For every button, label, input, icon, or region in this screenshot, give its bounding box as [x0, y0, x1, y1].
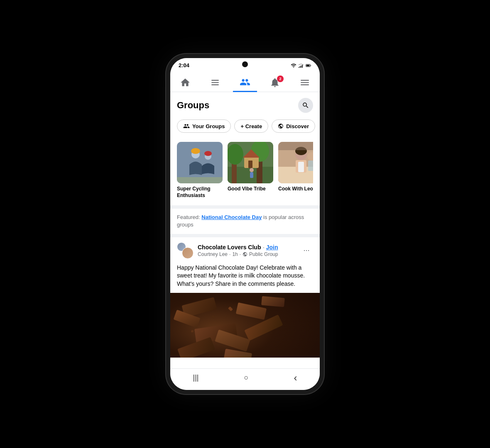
- cycling-image: [177, 142, 223, 183]
- nav-groups[interactable]: [233, 74, 257, 92]
- svg-rect-3: [299, 67, 299, 68]
- feed-icon: [210, 77, 220, 88]
- svg-point-10: [204, 151, 212, 156]
- join-link[interactable]: Join: [266, 244, 278, 251]
- menu-icon: [299, 77, 310, 88]
- post-meta: Chocolate Lovers Club · Join Courtney Le…: [198, 243, 296, 257]
- notification-badge: 2: [277, 75, 284, 82]
- wifi-icon: [291, 63, 296, 68]
- back-button[interactable]: ‹: [294, 372, 297, 384]
- post-group-name: Chocolate Lovers Club: [198, 244, 261, 251]
- main-content: Groups Your Groups + Create: [170, 92, 320, 358]
- group-avatar: [177, 242, 194, 259]
- post-body: Happy National Chocolate Day! Celebrate …: [170, 262, 320, 293]
- svg-rect-11: [177, 177, 223, 183]
- featured-section: Featured: National Chocolate Day is popu…: [170, 209, 320, 234]
- nav-feed[interactable]: [203, 75, 227, 91]
- page-title: Groups: [177, 100, 209, 111]
- status-time: 2:04: [179, 62, 189, 68]
- svg-point-21: [250, 168, 254, 172]
- svg-rect-5: [306, 65, 310, 66]
- phone-frame: 2:04: [166, 54, 324, 394]
- home-icon: [180, 77, 191, 88]
- phone-screen: 2:04: [170, 58, 320, 390]
- nav-menu[interactable]: [293, 75, 317, 91]
- post-header: Chocolate Lovers Club · Join Courtney Le…: [170, 237, 320, 262]
- group-name-vibe: Good Vibe Tribe: [228, 186, 273, 192]
- discover-label: Discover: [286, 123, 309, 129]
- filter-row: Your Groups + Create Discover: [170, 117, 320, 138]
- status-bar: 2:04: [170, 58, 320, 71]
- svg-point-9: [191, 148, 200, 154]
- post-submeta: Courtney Lee · 1h · Public Group: [198, 251, 296, 257]
- avatar-main: [182, 247, 194, 259]
- status-icons: [291, 63, 311, 68]
- group-name-cycling: Super Cycling Enthusiasts: [177, 186, 223, 199]
- svg-rect-20: [248, 161, 252, 168]
- post-privacy: Public Group: [249, 251, 278, 257]
- svg-rect-1: [301, 66, 301, 68]
- svg-rect-31: [278, 142, 313, 150]
- home-button[interactable]: ○: [244, 373, 249, 382]
- groups-scroll-section: Super Cycling Enthusiasts: [170, 138, 320, 205]
- groups-list: Super Cycling Enthusiasts: [177, 142, 313, 199]
- svg-rect-28: [298, 162, 304, 172]
- post-card: Chocolate Lovers Club · Join Courtney Le…: [170, 237, 320, 358]
- your-groups-button[interactable]: Your Groups: [177, 119, 231, 133]
- chocolate-image: [170, 293, 320, 358]
- post-author: Courtney Lee: [198, 251, 228, 257]
- group-thumb-cycling: [177, 142, 223, 183]
- discover-button[interactable]: Discover: [272, 119, 315, 133]
- svg-rect-30: [308, 161, 313, 171]
- battery-icon: [306, 63, 311, 68]
- svg-rect-0: [302, 65, 303, 68]
- post-group-line: Chocolate Lovers Club · Join: [198, 243, 296, 251]
- group-card-cycling[interactable]: Super Cycling Enthusiasts: [177, 142, 223, 199]
- recent-apps-button[interactable]: |||: [193, 373, 199, 382]
- front-camera: [242, 61, 248, 67]
- group-card-cook[interactable]: Cook With Leora: [278, 142, 313, 199]
- more-options-button[interactable]: ···: [300, 244, 313, 257]
- group-thumb-cook: [278, 142, 313, 183]
- cook-image: [278, 142, 313, 183]
- groups-header: Groups: [170, 92, 320, 117]
- top-nav: 2: [170, 71, 320, 92]
- group-name-cook: Cook With Leora: [278, 186, 313, 192]
- create-label: + Create: [240, 123, 262, 129]
- groups-icon: [240, 77, 250, 88]
- nav-home[interactable]: [173, 75, 197, 91]
- android-bottom-nav: ||| ○ ‹: [170, 368, 320, 390]
- svg-rect-22: [250, 172, 253, 178]
- featured-text: Featured: National Chocolate Day is popu…: [177, 214, 313, 229]
- group-thumb-vibe: [228, 142, 273, 183]
- featured-link[interactable]: National Chocolate Day: [201, 214, 262, 220]
- nav-notifications[interactable]: 2: [263, 75, 287, 91]
- post-time: 1h: [232, 251, 238, 257]
- globe-icon: [243, 252, 247, 257]
- search-button[interactable]: [298, 98, 313, 113]
- signal-icon: [298, 63, 304, 68]
- featured-prefix: Featured:: [177, 214, 201, 220]
- vibe-image: [228, 142, 273, 183]
- svg-rect-2: [300, 66, 301, 68]
- create-button[interactable]: + Create: [234, 119, 268, 133]
- your-groups-label: Your Groups: [192, 123, 225, 129]
- group-card-vibe[interactable]: Good Vibe Tribe: [228, 142, 273, 199]
- post-image: [170, 293, 320, 358]
